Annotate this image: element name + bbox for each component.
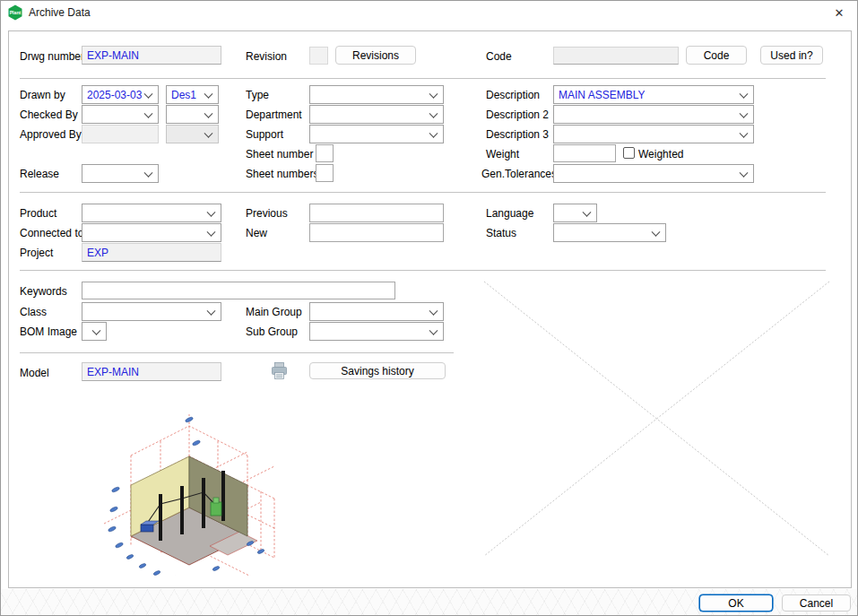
previous-label: Previous bbox=[246, 207, 288, 220]
drawn-by-designer-combo[interactable]: Des1 bbox=[166, 85, 219, 104]
close-icon[interactable]: ✕ bbox=[821, 1, 857, 24]
revision-label: Revision bbox=[246, 50, 287, 63]
sheet-numbers-label: Sheet numbers bbox=[246, 168, 318, 180]
cancel-button[interactable]: Cancel bbox=[782, 594, 851, 612]
gen-tolerances-label: Gen.Tolerances bbox=[481, 168, 557, 180]
revision-field bbox=[309, 47, 328, 65]
main-group-label: Main Group bbox=[246, 306, 302, 318]
weight-input[interactable] bbox=[553, 144, 616, 162]
drawing-placeholder bbox=[482, 280, 831, 558]
approved-by-date-field bbox=[82, 125, 159, 143]
language-combo[interactable] bbox=[553, 204, 597, 222]
code-label: Code bbox=[486, 50, 512, 63]
checked-by-date-combo[interactable] bbox=[82, 105, 159, 124]
used-in-button[interactable]: Used in? bbox=[760, 46, 823, 65]
language-label: Language bbox=[486, 207, 533, 220]
description3-combo[interactable] bbox=[553, 125, 754, 143]
drwg-number-label: Drwg number bbox=[20, 50, 84, 63]
sub-group-combo[interactable] bbox=[309, 322, 444, 341]
description2-combo[interactable] bbox=[553, 105, 754, 124]
checked-by-designer-combo[interactable] bbox=[166, 105, 219, 124]
sub-group-label: Sub Group bbox=[246, 325, 298, 338]
approved-by-label: Approved By bbox=[20, 128, 82, 141]
separator-3 bbox=[20, 270, 826, 271]
type-combo[interactable] bbox=[309, 85, 444, 104]
connected-to-combo[interactable] bbox=[82, 223, 221, 242]
project-label: Project bbox=[20, 247, 53, 259]
printer-icon[interactable] bbox=[271, 361, 288, 380]
department-label: Department bbox=[246, 108, 302, 121]
product-combo[interactable] bbox=[82, 204, 221, 222]
sheet-numbers-input[interactable] bbox=[316, 164, 334, 182]
archive-data-dialog: Plant Archive Data ✕ Drwg number EXP-MAI… bbox=[0, 0, 858, 616]
type-label: Type bbox=[246, 89, 269, 101]
window-title: Archive Data bbox=[29, 6, 91, 19]
revisions-button[interactable]: Revisions bbox=[335, 46, 416, 65]
new-input[interactable] bbox=[309, 223, 444, 242]
description-combo[interactable]: MAIN ASSEMBLY bbox=[553, 85, 754, 104]
drawn-by-label: Drawn by bbox=[20, 89, 65, 101]
product-label: Product bbox=[20, 207, 56, 220]
approved-by-designer-combo bbox=[166, 125, 219, 143]
code-field bbox=[553, 47, 679, 65]
description3-label: Description 3 bbox=[486, 128, 549, 141]
new-label: New bbox=[246, 227, 267, 239]
keywords-input[interactable] bbox=[82, 282, 395, 299]
project-field: EXP bbox=[82, 243, 221, 262]
svg-text:Plant: Plant bbox=[10, 10, 22, 15]
main-group-combo[interactable] bbox=[309, 302, 444, 321]
separator-2 bbox=[20, 192, 826, 193]
department-combo[interactable] bbox=[309, 105, 444, 124]
description-label: Description bbox=[486, 89, 540, 101]
weighted-checkbox[interactable] bbox=[623, 147, 635, 159]
weight-label: Weight bbox=[486, 148, 519, 161]
separator-4 bbox=[20, 352, 454, 353]
release-label: Release bbox=[20, 168, 59, 180]
code-button[interactable]: Code bbox=[686, 46, 747, 65]
keywords-label: Keywords bbox=[20, 285, 67, 298]
sheet-number-label: Sheet number bbox=[246, 148, 313, 161]
ok-button[interactable]: OK bbox=[699, 594, 773, 612]
plant-app-icon: Plant bbox=[7, 4, 23, 21]
class-label: Class bbox=[20, 306, 47, 318]
model-preview-image bbox=[82, 402, 297, 576]
status-combo[interactable] bbox=[553, 223, 666, 242]
class-combo[interactable] bbox=[82, 302, 221, 321]
checked-by-label: Checked By bbox=[20, 108, 78, 121]
weighted-label: Weighted bbox=[638, 148, 683, 161]
bom-image-label: BOM Image bbox=[20, 325, 77, 338]
drwg-number-field[interactable]: EXP-MAIN bbox=[82, 46, 221, 65]
gen-tolerances-combo[interactable] bbox=[553, 164, 754, 183]
model-field[interactable]: EXP-MAIN bbox=[82, 362, 221, 381]
connected-to-label: Connected to bbox=[20, 227, 83, 239]
description2-label: Description 2 bbox=[486, 108, 549, 121]
separator-1 bbox=[20, 78, 826, 79]
model-label: Model bbox=[20, 367, 49, 379]
drawn-by-date-combo[interactable]: 2025-03-03 bbox=[82, 85, 159, 104]
release-combo[interactable] bbox=[82, 164, 159, 183]
support-label: Support bbox=[246, 128, 283, 141]
title-bar: Plant Archive Data ✕ bbox=[1, 1, 858, 24]
previous-input[interactable] bbox=[309, 204, 444, 222]
support-combo[interactable] bbox=[309, 125, 444, 143]
sheet-number-input[interactable] bbox=[316, 144, 334, 162]
status-label: Status bbox=[486, 227, 516, 239]
bom-image-combo[interactable] bbox=[82, 322, 107, 341]
savings-history-button[interactable]: Savings history bbox=[309, 362, 446, 379]
